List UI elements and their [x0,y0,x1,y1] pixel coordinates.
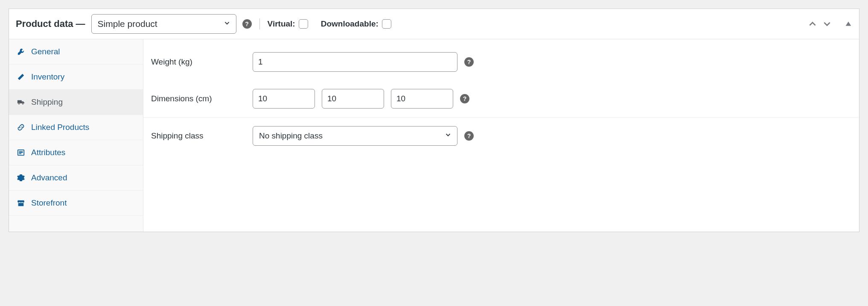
tab-storefront[interactable]: Storefront [9,191,143,216]
store-icon [17,199,25,207]
weight-label: Weight (kg) [151,57,253,67]
product-type-value: Simple product [98,19,157,29]
panel-header: Product data — Simple product ? Virtual:… [9,9,859,39]
dimensions-label: Dimensions (cm) [151,94,253,103]
help-icon[interactable]: ? [464,57,474,67]
move-up-icon[interactable] [808,19,817,29]
downloadable-checkbox[interactable] [382,19,391,29]
tab-label: Advanced [31,173,67,182]
tab-label: Inventory [31,72,64,82]
tab-label: Storefront [31,198,67,208]
product-data-panel: Product data — Simple product ? Virtual:… [9,9,859,232]
tab-label: Shipping [31,97,63,107]
downloadable-option: Downloadable: [321,19,391,29]
virtual-option: Virtual: [268,19,308,29]
width-input[interactable] [322,89,384,109]
length-input[interactable] [253,89,315,109]
link-icon [17,123,25,132]
chevron-down-icon [444,131,452,141]
panel-title: Product data — [16,18,85,29]
divider [259,18,260,29]
tab-attributes[interactable]: Attributes [9,140,143,165]
height-input[interactable] [391,89,453,109]
shipping-panel: Weight (kg) ? Dimensions (cm) ? Shipping… [143,39,859,232]
virtual-checkbox[interactable] [299,19,308,29]
tab-label: Linked Products [31,123,89,132]
product-type-select[interactable]: Simple product [91,14,236,34]
tab-general[interactable]: General [9,39,143,65]
chevron-down-icon [223,19,231,29]
toggle-panel-icon[interactable] [845,20,852,28]
tab-shipping[interactable]: Shipping [9,90,143,115]
panel-handle-controls [808,19,852,29]
shipping-class-row: Shipping class No shipping class ? [143,118,859,154]
virtual-label: Virtual: [268,19,295,29]
tab-inventory[interactable]: Inventory [9,65,143,90]
downloadable-label: Downloadable: [321,19,379,29]
tab-label: Attributes [31,148,65,157]
tab-advanced[interactable]: Advanced [9,165,143,191]
tab-label: General [31,47,60,56]
help-icon[interactable]: ? [464,131,474,141]
shipping-class-select[interactable]: No shipping class [253,126,457,146]
help-icon[interactable]: ? [460,94,469,103]
shipping-class-label: Shipping class [151,131,253,141]
truck-icon [17,98,25,106]
shipping-class-value: No shipping class [259,131,323,141]
gear-icon [17,174,25,182]
weight-row: Weight (kg) ? [143,44,859,80]
ruler-icon [17,73,25,81]
panel-body: General Inventory Shipping Linked Produc… [9,39,859,232]
tab-linked-products[interactable]: Linked Products [9,115,143,140]
list-icon [17,148,25,157]
move-down-icon[interactable] [822,19,832,29]
product-data-tabs: General Inventory Shipping Linked Produc… [9,39,143,232]
help-icon[interactable]: ? [242,19,252,29]
wrench-icon [17,47,25,56]
dimensions-row: Dimensions (cm) ? [143,80,859,118]
weight-input[interactable] [253,52,457,72]
